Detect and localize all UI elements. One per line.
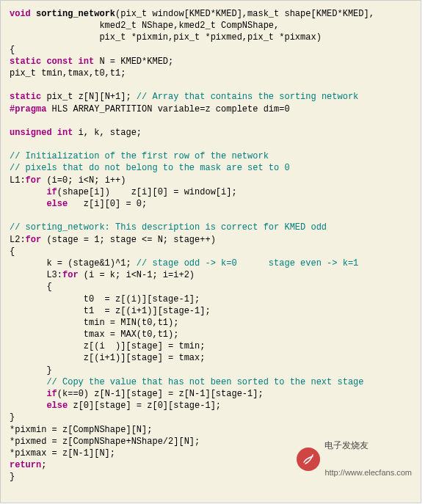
code-text: N = KMED*KMED; (94, 56, 173, 67)
code-text: } (10, 472, 15, 482)
code-text: (stage = 1; stage <= N; stage++) (41, 235, 216, 245)
code-text: *pixmin = z[CompNShape][N]; (10, 425, 152, 435)
elecfans-logo-icon (297, 448, 320, 471)
comment: // stage odd -> k=0 stage even -> k=1 (137, 258, 358, 269)
code-text: t1 = z[(i+1)][stage-1]; (10, 306, 211, 316)
watermark-title: 电子发烧友 (324, 441, 412, 450)
keyword: static const int (10, 56, 94, 67)
label: L2: (10, 235, 26, 245)
code-text: pix_t tmin,tmax,t0,t1; (10, 68, 126, 78)
indent (10, 187, 46, 197)
code-text: z[(i+1)][stage] = tmax; (10, 353, 205, 363)
label: L1: (10, 175, 26, 186)
code-text: (i = k; i<N-1; i=i+2) (79, 270, 195, 280)
keyword: for (26, 175, 42, 186)
code-text: { (10, 45, 15, 55)
code-text: i, k, stage; (73, 128, 142, 138)
code-text: tmax = MAX(t0,t1); (10, 329, 178, 340)
code-text: } (10, 412, 15, 423)
indent (10, 401, 46, 411)
code-block: void sorting_network(pix_t window[KMED*K… (0, 0, 421, 503)
code-text: z[0][stage] = z[0][stage-1]; (68, 401, 221, 411)
code-text: pix_t z[N][N+1]; (41, 92, 137, 102)
keyword: unsigned int (10, 128, 73, 138)
comment: // sorting_network: This description is … (10, 222, 327, 233)
keyword: static (10, 92, 41, 102)
keyword: if (46, 389, 57, 399)
code-text: (i=0; i<N; i++) (41, 175, 126, 186)
keyword: if (46, 187, 57, 197)
keyword: for (62, 270, 79, 280)
code-text: pix_t *pixmin,pix_t *pixmed,pix_t *pixma… (10, 32, 322, 43)
code-text: t0 = z[(i)][stage-1]; (10, 294, 200, 304)
comment: // Copy the value that has not been sort… (10, 377, 363, 387)
code-text: { (10, 282, 52, 292)
code-text: *pixmax = z[N-1][N]; (10, 448, 115, 459)
function-name: sorting_network (31, 9, 115, 19)
indent (10, 199, 46, 209)
watermark-url: http://www.elecfans.com (324, 468, 412, 477)
code-text: kmed2_t NShape,kmed2_t CompNShape, (10, 21, 279, 31)
code-text: { (10, 246, 15, 257)
code-text: } (10, 365, 52, 376)
pragma: #pragma (10, 104, 46, 114)
indent (10, 389, 46, 399)
comment: // Array that contains the sorting netwo… (137, 92, 358, 102)
code-text: (shape[i]) z[i][0] = window[i]; (57, 187, 237, 197)
code-text: ; (41, 460, 46, 470)
keyword: for (26, 235, 42, 245)
code-text: *pixmed = z[CompNShape+NShape/2][N]; (10, 437, 200, 447)
keyword-void: void (10, 9, 31, 19)
comment: // Initialization of the first row of th… (10, 151, 269, 161)
code-text: (pix_t window[KMED*KMED],mask_t shape[KM… (115, 9, 374, 19)
code-text: tmin = MIN(t0,t1); (10, 318, 178, 328)
keyword: else (46, 199, 68, 209)
code-text: z[i][0] = 0; (68, 199, 147, 209)
comment: // pixels that do not belong to the mask… (10, 163, 290, 173)
watermark-text: 电子发烧友 http://www.elecfans.com (324, 423, 412, 495)
keyword: return (10, 460, 41, 470)
watermark: 电子发烧友 http://www.elecfans.com (297, 423, 412, 495)
code-text: z[(i )][stage] = tmin; (10, 341, 205, 351)
code-text: HLS ARRAY_PARTITION variable=z complete … (46, 104, 289, 114)
label: L3: (10, 270, 62, 280)
keyword: else (46, 401, 68, 411)
code-text: (k==0) z[N-1][stage] = z[N-1][stage-1]; (57, 389, 264, 399)
code-text: k = (stage&1)^1; (10, 258, 137, 269)
